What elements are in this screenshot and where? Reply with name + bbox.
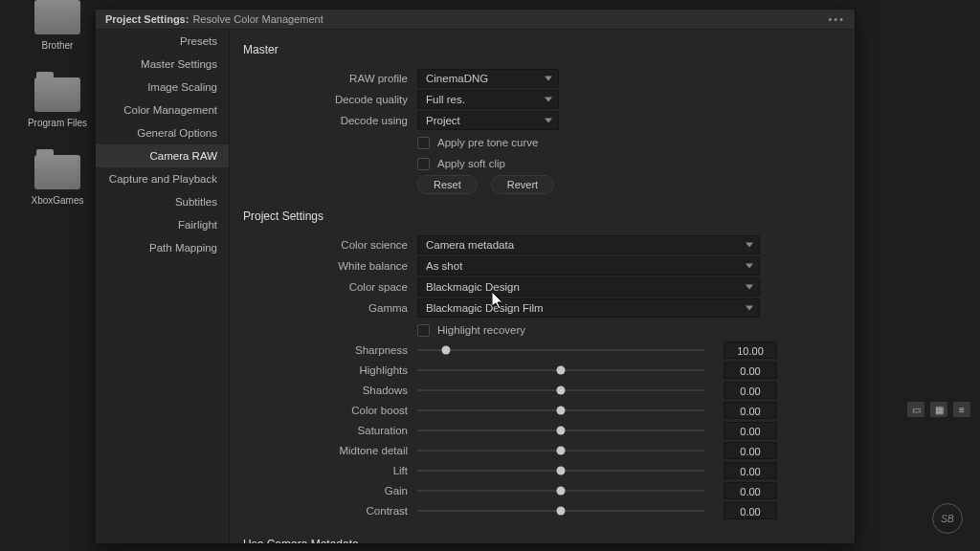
- desktop-folder[interactable]: XboxGames: [19, 155, 96, 206]
- label-raw-profile: RAW profile: [243, 73, 417, 84]
- dropdown-decode-quality[interactable]: Full res.: [417, 90, 559, 109]
- slider-thumb[interactable]: [442, 345, 451, 354]
- slider-value[interactable]: 0.00: [724, 502, 777, 519]
- slider-label: Saturation: [243, 425, 417, 436]
- slider-thumb[interactable]: [557, 466, 566, 474]
- folder-label: Brother: [19, 40, 96, 51]
- slider-label: Shadows: [243, 385, 417, 396]
- slider-value[interactable]: 0.00: [724, 382, 777, 399]
- folder-label: Program Files: [19, 118, 96, 128]
- slider-value[interactable]: 0.00: [724, 362, 777, 379]
- slider-label: Contrast: [243, 505, 417, 517]
- slider-value[interactable]: 0.00: [724, 402, 777, 419]
- slider-thumb[interactable]: [557, 406, 566, 414]
- slider-value[interactable]: 0.00: [724, 482, 777, 499]
- dropdown-raw-profile[interactable]: CinemaDNG: [417, 69, 559, 88]
- label-color-science: Color science: [243, 239, 417, 251]
- dialog-titlebar: Project Settings: Resolve Color Manageme…: [96, 10, 855, 30]
- slider-value[interactable]: 0.00: [724, 442, 777, 459]
- slider-thumb[interactable]: [557, 506, 566, 515]
- dropdown-white-balance[interactable]: As shot: [417, 256, 760, 276]
- folder-label: XboxGames: [19, 195, 96, 206]
- checkbox-apply-soft-clip[interactable]: Apply soft clip: [417, 154, 505, 173]
- slider-row-color-boost: Color boost0.00: [243, 400, 837, 420]
- slider-row-saturation: Saturation0.00: [243, 420, 837, 440]
- slider-track[interactable]: [417, 430, 704, 431]
- slider-value[interactable]: 10.00: [724, 342, 777, 359]
- slider-row-shadows: Shadows0.00: [243, 380, 837, 400]
- sidebar-item-image-scaling[interactable]: Image Scaling: [96, 76, 229, 99]
- view-single-icon[interactable]: ▭: [907, 402, 924, 417]
- viewer-toolbar: ▭ ▦ ≡: [907, 402, 970, 417]
- sidebar-item-presets[interactable]: Presets: [96, 30, 229, 53]
- slider-thumb[interactable]: [557, 446, 566, 454]
- checkbox-highlight-recovery[interactable]: Highlight recovery: [417, 320, 525, 340]
- dialog-menu-icon[interactable]: •••: [828, 13, 845, 25]
- label-decode-using: Decode using: [243, 115, 417, 126]
- section-title-use-camera-metadata: Use Camera Metadata: [243, 538, 837, 543]
- slider-thumb[interactable]: [557, 426, 566, 434]
- slider-track[interactable]: [417, 510, 704, 512]
- sidebar-item-fairlight[interactable]: Fairlight: [96, 213, 229, 236]
- sidebar-item-path-mapping[interactable]: Path Mapping: [96, 236, 229, 259]
- sidebar-item-color-management[interactable]: Color Management: [96, 99, 229, 121]
- dropdown-color-space[interactable]: Blackmagic Design: [417, 277, 760, 297]
- checkbox-icon: [417, 158, 430, 170]
- sidebar-item-master-settings[interactable]: Master Settings: [96, 53, 229, 76]
- settings-sidebar: Presets Master Settings Image Scaling Co…: [96, 30, 230, 543]
- revert-button[interactable]: Revert: [491, 175, 554, 194]
- dropdown-decode-using[interactable]: Project: [417, 111, 559, 130]
- slider-track[interactable]: [417, 409, 704, 411]
- label-color-space: Color space: [243, 281, 417, 293]
- chevron-down-icon: [746, 264, 753, 269]
- view-grid-icon[interactable]: ▦: [930, 402, 947, 417]
- dropdown-gamma[interactable]: Blackmagic Design Film: [417, 298, 760, 318]
- slider-label: Lift: [243, 465, 417, 476]
- slider-thumb[interactable]: [557, 486, 566, 495]
- sidebar-item-general-options[interactable]: General Options: [96, 121, 229, 144]
- reset-button[interactable]: Reset: [417, 175, 478, 194]
- section-title-project-settings: Project Settings: [243, 209, 837, 223]
- slider-label: Color boost: [243, 405, 417, 416]
- slider-row-lift: Lift0.00: [243, 460, 837, 480]
- chevron-down-icon: [545, 77, 552, 81]
- slider-row-midtone-detail: Midtone detail0.00: [243, 440, 837, 460]
- watermark-badge: SB: [932, 503, 963, 534]
- slider-track[interactable]: [417, 450, 704, 452]
- folder-icon: [34, 0, 80, 34]
- slider-track[interactable]: [417, 470, 704, 472]
- view-list-icon[interactable]: ≡: [953, 402, 970, 417]
- sidebar-item-subtitles[interactable]: Subtitles: [96, 190, 229, 213]
- slider-thumb[interactable]: [557, 365, 566, 374]
- slider-thumb[interactable]: [557, 386, 566, 394]
- slider-row-sharpness: Sharpness10.00: [243, 340, 837, 360]
- desktop-folder[interactable]: Program Files: [19, 77, 96, 128]
- slider-row-highlights: Highlights0.00: [243, 360, 837, 380]
- label-gamma: Gamma: [243, 302, 417, 314]
- checkbox-apply-pre-tone[interactable]: Apply pre tone curve: [417, 133, 538, 152]
- desktop-folder[interactable]: Brother: [19, 0, 96, 51]
- sidebar-item-camera-raw[interactable]: Camera RAW: [96, 144, 229, 167]
- chevron-down-icon: [746, 243, 753, 248]
- slider-track[interactable]: [417, 349, 704, 351]
- slider-track[interactable]: [417, 369, 704, 371]
- folder-icon: [34, 77, 80, 112]
- slider-value[interactable]: 0.00: [724, 422, 777, 439]
- sidebar-item-capture-playback[interactable]: Capture and Playback: [96, 167, 229, 190]
- slider-row-contrast: Contrast0.00: [243, 500, 837, 520]
- section-title-master: Master: [243, 43, 837, 56]
- slider-value[interactable]: 0.00: [724, 462, 777, 479]
- label-white-balance: White balance: [243, 260, 417, 272]
- slider-row-gain: Gain0.00: [243, 480, 837, 500]
- slider-label: Midtone detail: [243, 445, 417, 456]
- slider-label: Highlights: [243, 364, 417, 376]
- slider-track[interactable]: [417, 490, 704, 492]
- project-settings-dialog: Project Settings: Resolve Color Manageme…: [95, 9, 856, 544]
- dropdown-color-science[interactable]: Camera metadata: [417, 235, 760, 254]
- slider-track[interactable]: [417, 389, 704, 391]
- chevron-down-icon: [545, 98, 552, 102]
- slider-label: Gain: [243, 485, 417, 496]
- checkbox-icon: [417, 137, 430, 149]
- chevron-down-icon: [746, 285, 753, 290]
- folder-icon: [34, 155, 80, 189]
